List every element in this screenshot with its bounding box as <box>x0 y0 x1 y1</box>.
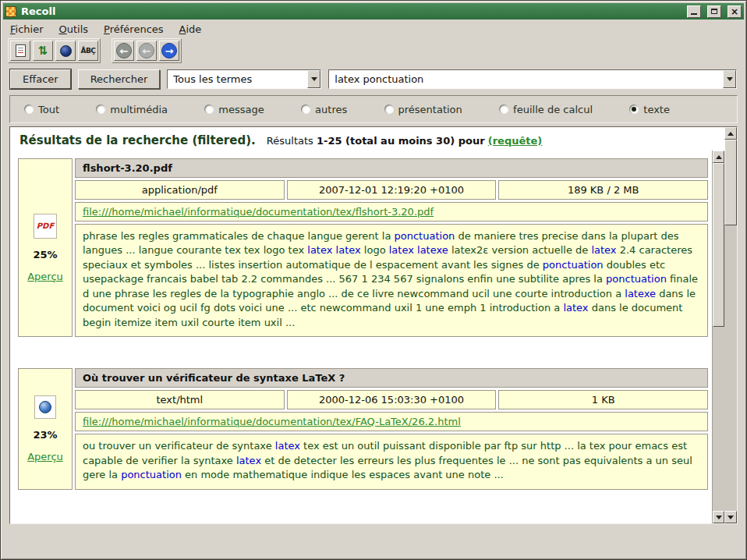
query-detail-button[interactable] <box>55 41 76 61</box>
radio-icon[interactable] <box>629 105 639 114</box>
triangle-up-icon <box>716 155 722 159</box>
radio-icon[interactable] <box>499 105 508 114</box>
relevance-percent: 23% <box>33 429 57 441</box>
query-combo <box>328 69 737 89</box>
result-url-row: file:///home/michael/informatique/docume… <box>75 412 708 431</box>
forward-arrow-icon: → <box>161 43 177 58</box>
query-link[interactable]: (requête) <box>488 135 543 147</box>
scroll-thumb[interactable] <box>724 140 737 225</box>
relevance-percent: 25% <box>33 249 57 261</box>
maximize-icon <box>711 9 717 14</box>
filter-label: présentation <box>398 104 462 115</box>
clear-search-button[interactable] <box>10 41 30 61</box>
toolbar: ⇅ ÂBÇ ← ← → <box>3 38 744 65</box>
filter-tout[interactable]: Tout <box>24 104 59 115</box>
first-page-button[interactable]: ← <box>114 41 134 61</box>
menu-outils[interactable]: Outils <box>59 23 89 35</box>
close-icon: × <box>731 7 738 16</box>
result-url-link[interactable]: file:///home/michael/informatique/docume… <box>83 206 434 218</box>
toolbar-group-main: ⇅ ÂBÇ <box>8 38 101 63</box>
spellcheck-icon: ÂBÇ <box>81 47 96 55</box>
results-pane: Résultats de la recherche (filtered). Ré… <box>9 126 738 524</box>
scroll-track[interactable] <box>724 140 737 511</box>
filter-message[interactable]: message <box>204 104 264 115</box>
titlebar: Recoll × <box>3 3 744 19</box>
filter-presentation[interactable]: présentation <box>384 104 462 115</box>
results-summary-prefix: Résultats <box>267 135 313 147</box>
result-table: Où trouver un vérificateur de syntaxe La… <box>75 368 708 489</box>
scroll-down-button[interactable] <box>724 511 737 523</box>
search-mode-select[interactable]: Tous les termes <box>167 69 321 89</box>
filter-label: Tout <box>38 104 59 115</box>
radio-icon[interactable] <box>204 105 214 114</box>
scroll-down-button[interactable] <box>713 511 724 523</box>
maximize-button[interactable] <box>707 5 721 18</box>
preview-link[interactable]: Aperçu <box>27 451 63 463</box>
scroll-thumb[interactable] <box>713 163 724 327</box>
menu-aide[interactable]: Aide <box>179 23 202 35</box>
menu-fichier[interactable]: Fichier <box>10 23 44 35</box>
filter-feuille-de-calcul[interactable]: feuille de calcul <box>499 104 593 115</box>
result-url-link[interactable]: file:///home/michael/informatique/docume… <box>83 416 461 427</box>
radio-icon[interactable] <box>301 105 310 114</box>
sort-button[interactable]: ⇅ <box>33 41 53 61</box>
result-mime: application/pdf <box>75 180 285 200</box>
sort-arrows-icon: ⇅ <box>38 45 48 57</box>
result-mime: text/html <box>75 390 285 409</box>
result-table: flshort-3.20.pdf application/pdf 2007-12… <box>75 158 708 337</box>
result-side-panel: 23% Aperçu <box>18 368 73 489</box>
close-button[interactable]: × <box>728 5 742 18</box>
preview-link[interactable]: Aperçu <box>27 271 63 282</box>
radio-icon[interactable] <box>384 105 394 114</box>
pdf-icon: PDF <box>34 214 57 239</box>
chevron-down-icon <box>311 77 317 81</box>
pdf-icon-label: PDF <box>37 222 54 230</box>
first-page-icon: ← <box>116 43 132 58</box>
menu-preferences[interactable]: Préférences <box>104 23 163 35</box>
results-main: Résultats de la recherche (filtered). Ré… <box>10 127 724 523</box>
globe-icon <box>60 45 72 57</box>
globe-glyph <box>39 401 51 413</box>
recoll-window: Recoll × Fichier Outils Préférences Aide… <box>0 0 747 560</box>
next-page-button[interactable]: → <box>159 41 179 61</box>
term-explorer-button[interactable]: ÂBÇ <box>78 41 98 61</box>
filter-label: multimédia <box>110 104 168 115</box>
back-arrow-icon: ← <box>139 43 154 58</box>
minimize-icon <box>691 13 697 15</box>
scroll-up-button[interactable] <box>724 127 737 140</box>
scroll-track[interactable] <box>713 163 724 511</box>
clear-search-icon <box>16 44 26 57</box>
result-url-row: file:///home/michael/informatique/docume… <box>75 202 708 222</box>
filter-texte[interactable]: texte <box>629 104 670 115</box>
query-history-dropdown-button[interactable] <box>723 70 736 88</box>
radio-icon[interactable] <box>24 105 34 114</box>
chevron-down-icon <box>727 77 733 81</box>
minimize-button[interactable] <box>687 5 701 18</box>
filter-multimedia[interactable]: multimédia <box>96 104 168 115</box>
scroll-up-button[interactable] <box>713 151 724 163</box>
search-input[interactable] <box>329 70 723 88</box>
search-row: Effacer Rechercher Tous les termes <box>3 65 744 93</box>
app-icon <box>5 6 16 17</box>
triangle-down-icon <box>716 516 722 519</box>
result-row: 23% Aperçu Où trouver un vérificateur de… <box>18 368 708 489</box>
prev-page-button[interactable]: ← <box>136 41 157 61</box>
results-list: PDF 25% Aperçu flshort-3.20.pdf applicat… <box>10 151 712 523</box>
outer-scrollbar[interactable] <box>724 127 737 523</box>
search-mode-dropdown-button[interactable] <box>307 70 320 88</box>
inner-scrollbar[interactable] <box>712 151 724 523</box>
clear-button[interactable]: Effacer <box>10 69 71 89</box>
filter-label: texte <box>643 104 670 115</box>
results-title: Résultats de la recherche (filtered). <box>19 133 256 147</box>
result-size: 189 KB / 2 MB <box>498 180 708 200</box>
result-date: 2007-12-01 12:19:20 +0100 <box>287 180 497 200</box>
result-size: 1 KB <box>498 390 708 409</box>
result-snippet: phrase les regles grammaticales de chaqu… <box>75 224 708 337</box>
results-range: 1-25 (total au moins 30) pour <box>317 135 485 147</box>
filter-label: autres <box>315 104 347 115</box>
filter-autres[interactable]: autres <box>301 104 347 115</box>
radio-icon[interactable] <box>96 105 105 114</box>
result-meta-row: application/pdf 2007-12-01 12:19:20 +010… <box>75 180 708 200</box>
search-button[interactable]: Rechercher <box>78 69 161 89</box>
triangle-up-icon <box>728 132 734 136</box>
